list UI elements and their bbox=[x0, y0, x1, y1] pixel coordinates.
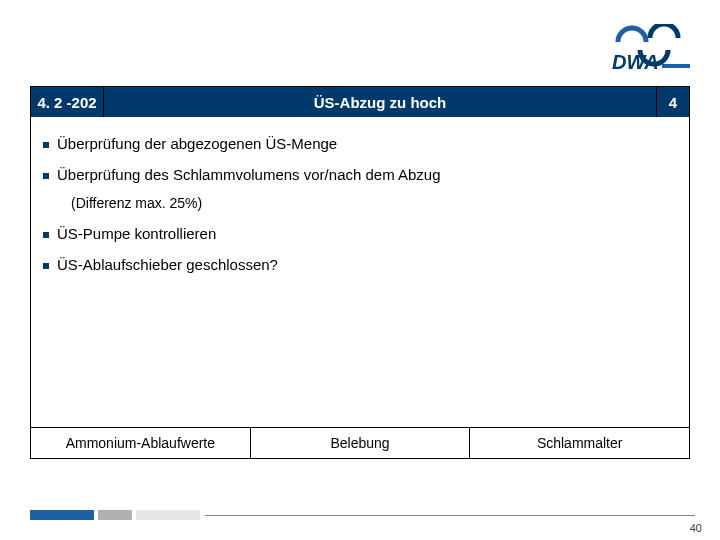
footer-bars bbox=[30, 510, 200, 520]
page-number: 40 bbox=[690, 522, 702, 534]
card-body: Überprüfung der abgezogenen ÜS-Menge Übe… bbox=[31, 117, 689, 427]
bullet-text: Überprüfung des Schlammvolumens vor/nach… bbox=[57, 166, 441, 183]
bullet-icon bbox=[43, 142, 49, 148]
bullet-text: ÜS-Ablaufschieber geschlossen? bbox=[57, 256, 278, 273]
bullet-icon bbox=[43, 232, 49, 238]
bullet-subtext: (Differenz max. 25%) bbox=[71, 195, 677, 211]
svg-rect-1 bbox=[662, 64, 690, 68]
header-code: 4. 2 -202 bbox=[31, 87, 104, 117]
bullet-text: Überprüfung der abgezogenen ÜS-Menge bbox=[57, 135, 337, 152]
footer-cell: Schlammalter bbox=[469, 428, 689, 458]
bullet-text: ÜS-Pumpe kontrollieren bbox=[57, 225, 216, 242]
footer-cell: Ammonium-Ablaufwerte bbox=[31, 428, 250, 458]
bar-accent bbox=[30, 510, 94, 520]
list-item: Überprüfung des Schlammvolumens vor/nach… bbox=[43, 166, 677, 183]
bullet-icon bbox=[43, 263, 49, 269]
header-title: ÜS-Abzug zu hoch bbox=[104, 87, 656, 117]
card-header: 4. 2 -202 ÜS-Abzug zu hoch 4 bbox=[31, 87, 689, 117]
dwa-logo: DWA bbox=[600, 24, 690, 74]
footer-divider bbox=[205, 515, 695, 516]
svg-text:DWA: DWA bbox=[612, 51, 659, 73]
list-item: Überprüfung der abgezogenen ÜS-Menge bbox=[43, 135, 677, 152]
bar-grey bbox=[98, 510, 132, 520]
card-footer: Ammonium-Ablaufwerte Belebung Schlammalt… bbox=[31, 427, 689, 458]
footer-cell: Belebung bbox=[250, 428, 470, 458]
header-number: 4 bbox=[656, 87, 689, 117]
list-item: ÜS-Pumpe kontrollieren bbox=[43, 225, 677, 242]
slide-card: 4. 2 -202 ÜS-Abzug zu hoch 4 Überprüfung… bbox=[30, 86, 690, 459]
list-item: ÜS-Ablaufschieber geschlossen? bbox=[43, 256, 677, 273]
bar-light bbox=[136, 510, 200, 520]
bullet-icon bbox=[43, 173, 49, 179]
